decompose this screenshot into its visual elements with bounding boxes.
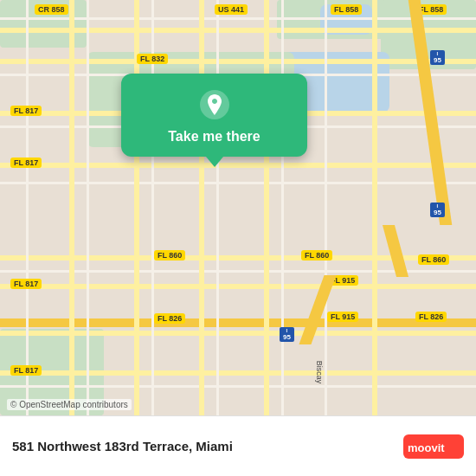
road-v-main <box>69 0 74 415</box>
popup-card[interactable]: Take me there <box>121 74 307 157</box>
road-v-main <box>372 0 377 415</box>
badge-i95-low: I95 <box>280 327 294 342</box>
road-label-fl860-2: FL 860 <box>301 250 332 261</box>
road-v <box>325 0 327 415</box>
road-label-us441: US 441 <box>215 4 248 15</box>
road-v <box>281 0 284 415</box>
svg-text:moovit: moovit <box>408 441 445 454</box>
road-label-fl817-3: FL 817 <box>10 279 42 289</box>
road-label-fl832: FL 832 <box>137 54 168 64</box>
badge-i95-mid: I95 <box>430 203 445 217</box>
address-container: 581 Northwest 183rd Terrace, Miami <box>12 439 233 453</box>
road-label-fl817-4: FL 817 <box>10 365 42 376</box>
bottom-bar: 581 Northwest 183rd Terrace, Miami moovi… <box>0 415 476 476</box>
moovit-logo: moovit <box>403 434 464 459</box>
road-label-fl817-2: FL 817 <box>10 158 42 168</box>
road-v <box>87 0 89 415</box>
road-v-us441 <box>199 0 204 415</box>
road-label-fl826-2: FL 826 <box>415 312 447 322</box>
road-v <box>26 0 29 415</box>
road-label-biscay: Biscay <box>315 361 324 384</box>
road-label-fl817-1: FL 817 <box>10 106 42 116</box>
road-v <box>216 0 219 415</box>
badge-i95-top: I95 <box>430 50 445 65</box>
road-label-fl915-2: FL 915 <box>327 312 358 322</box>
road-label-fl858-1: FL 858 <box>331 4 362 15</box>
road-label-cr858: CR 858 <box>35 4 68 15</box>
location-pin-icon <box>199 89 230 120</box>
road-label-fl860-1: FL 860 <box>154 250 185 261</box>
road-label-fl826-1: FL 826 <box>154 313 185 324</box>
popup-label: Take me there <box>168 129 260 145</box>
moovit-logo-icon: moovit <box>403 434 464 459</box>
road-v-main <box>264 0 269 415</box>
map-attribution: © OpenStreetMap contributors <box>7 399 132 410</box>
road-label-fl860-3: FL 860 <box>418 254 449 265</box>
map-view[interactable]: CR 858 US 441 FL 858 FL 858 FL 832 I95 F… <box>0 0 476 415</box>
address-text: 581 Northwest 183rd Terrace, Miami <box>12 439 233 453</box>
